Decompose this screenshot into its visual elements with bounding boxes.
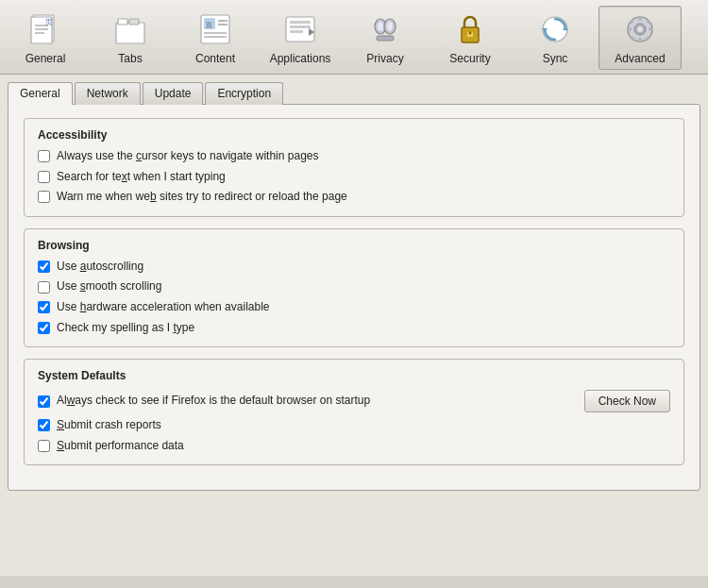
- smooth-scrolling-label: Use smooth scrolling: [57, 279, 161, 294]
- toolbar: 页 General Tabs 页 Cont: [0, 0, 708, 75]
- toolbar-item-applications[interactable]: Applications: [259, 6, 342, 70]
- svg-rect-6: [116, 23, 144, 43]
- toolbar-item-security[interactable]: Security: [429, 6, 512, 70]
- content-icon: 页: [196, 10, 234, 48]
- autoscrolling-label: Use autoscrolling: [57, 260, 143, 275]
- svg-point-28: [469, 32, 472, 35]
- svg-rect-25: [377, 36, 394, 41]
- svg-rect-35: [639, 16, 642, 21]
- svg-point-24: [387, 22, 393, 31]
- option-search-typing: Search for text when I start typing: [38, 170, 670, 185]
- svg-text:页: 页: [206, 22, 212, 29]
- tab-update[interactable]: Update: [143, 82, 204, 105]
- option-default-browser: Always check to see if Firefox is the de…: [38, 390, 670, 412]
- svg-rect-38: [649, 28, 653, 31]
- option-autoscrolling: Use autoscrolling: [38, 260, 670, 275]
- accessibility-title: Accessibility: [38, 128, 670, 142]
- check-spelling-checkbox[interactable]: [38, 322, 50, 334]
- svg-point-34: [637, 26, 643, 32]
- advanced-icon: [621, 10, 659, 48]
- tab-encryption[interactable]: Encryption: [205, 82, 283, 105]
- toolbar-advanced-label: Advanced: [615, 52, 665, 65]
- check-now-button[interactable]: Check Now: [584, 390, 670, 412]
- toolbar-item-privacy[interactable]: Privacy: [344, 6, 427, 70]
- hardware-accel-label: Use hardware acceleration when available: [57, 300, 270, 315]
- svg-rect-17: [290, 21, 311, 24]
- privacy-icon: [366, 10, 404, 48]
- svg-rect-36: [639, 38, 642, 42]
- general-icon: 页: [26, 10, 64, 48]
- cursor-keys-label: Always use the cursor keys to navigate w…: [57, 149, 318, 164]
- hardware-accel-checkbox[interactable]: [38, 301, 50, 313]
- toolbar-security-label: Security: [449, 52, 490, 65]
- default-browser-left: Always check to see if Firefox is the de…: [38, 394, 575, 409]
- warn-redirect-label: Warn me when web sites try to redirect o…: [57, 190, 347, 205]
- settings-panel: Accessibility Always use the cursor keys…: [8, 104, 700, 491]
- toolbar-item-general[interactable]: 页 General: [4, 6, 87, 70]
- autoscrolling-checkbox[interactable]: [38, 260, 50, 273]
- toolbar-tabs-label: Tabs: [118, 52, 142, 65]
- search-typing-label: Search for text when I start typing: [57, 170, 226, 185]
- main-content: General Network Update Encryption Access…: [0, 75, 708, 576]
- toolbar-content-label: Content: [195, 52, 235, 65]
- perf-data-label: Submit performance data: [57, 439, 184, 454]
- default-browser-label: Always check to see if Firefox is the de…: [57, 394, 370, 409]
- tab-general[interactable]: General: [8, 82, 73, 105]
- security-icon: [451, 10, 489, 48]
- option-check-spelling: Check my spelling as I type: [38, 321, 670, 336]
- option-hardware-accel: Use hardware acceleration when available: [38, 300, 670, 315]
- svg-text:页: 页: [45, 18, 53, 26]
- svg-rect-8: [129, 19, 139, 25]
- svg-rect-18: [290, 25, 311, 28]
- toolbar-privacy-label: Privacy: [366, 52, 403, 65]
- toolbar-item-tabs[interactable]: Tabs: [89, 6, 172, 70]
- toolbar-item-sync[interactable]: Sync: [514, 6, 597, 70]
- option-cursor-keys: Always use the cursor keys to navigate w…: [38, 149, 670, 164]
- svg-rect-19: [290, 30, 303, 33]
- applications-icon: [281, 10, 319, 48]
- tab-bar: General Network Update Encryption: [8, 82, 700, 105]
- option-perf-data: Submit performance data: [38, 439, 670, 454]
- option-smooth-scrolling: Use smooth scrolling: [38, 279, 670, 294]
- toolbar-item-content[interactable]: 页 Content: [174, 6, 257, 70]
- sync-icon: [536, 10, 574, 48]
- toolbar-applications-label: Applications: [270, 52, 331, 65]
- svg-point-22: [378, 22, 383, 31]
- browsing-section: Browsing Use autoscrolling Use smooth sc…: [24, 228, 684, 347]
- default-browser-checkbox[interactable]: [38, 395, 50, 408]
- search-typing-checkbox[interactable]: [38, 171, 50, 183]
- svg-rect-7: [118, 19, 127, 25]
- smooth-scrolling-checkbox[interactable]: [38, 281, 50, 294]
- system-defaults-title: System Defaults: [38, 369, 670, 382]
- toolbar-sync-label: Sync: [543, 52, 568, 65]
- cursor-keys-checkbox[interactable]: [38, 150, 50, 162]
- toolbar-general-label: General: [25, 52, 66, 65]
- crash-reports-label: Submit crash reports: [57, 418, 161, 433]
- option-crash-reports: Submit crash reports: [38, 418, 670, 433]
- check-spelling-label: Check my spelling as I type: [57, 321, 194, 336]
- option-warn-redirect: Warn me when web sites try to redirect o…: [38, 190, 670, 205]
- accessibility-section: Accessibility Always use the cursor keys…: [24, 118, 684, 217]
- tabs-icon: [111, 10, 149, 48]
- warn-redirect-checkbox[interactable]: [38, 191, 50, 203]
- crash-reports-checkbox[interactable]: [38, 419, 50, 431]
- browsing-title: Browsing: [38, 239, 670, 252]
- svg-rect-37: [627, 28, 632, 31]
- system-defaults-section: System Defaults Always check to see if F…: [24, 359, 684, 465]
- tab-network[interactable]: Network: [75, 82, 141, 105]
- toolbar-item-advanced[interactable]: Advanced: [598, 6, 682, 70]
- perf-data-checkbox[interactable]: [38, 440, 50, 452]
